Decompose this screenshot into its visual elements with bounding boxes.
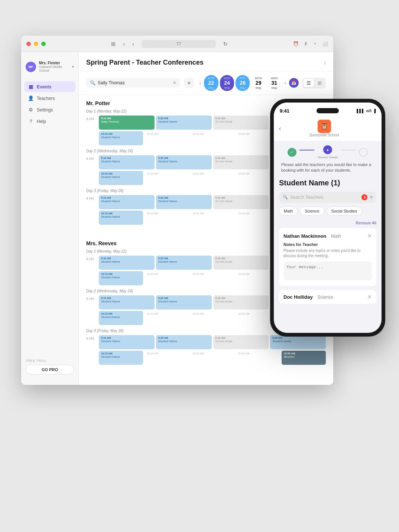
date-day-num: 22	[208, 80, 214, 86]
phone-search-input[interactable]: Search Teachers	[290, 195, 359, 200]
phone-status-icons: ▌▌▌ wifi ▐	[357, 109, 376, 113]
slot-r1-1010[interactable]: 10:10 AM Student Name	[99, 271, 143, 285]
slot-green[interactable]: 9:10 AM Sally Thomas	[99, 116, 155, 130]
slot-r1-910[interactable]: 9:10 AM Student Name	[99, 256, 155, 270]
slot-blue[interactable]: 9:20 AM Student Name	[156, 116, 212, 130]
phone-back-button[interactable]: ‹	[279, 125, 281, 132]
sidebar-item-events-label: Events	[37, 84, 51, 90]
slot-blue-1010[interactable]: 10:10 AM Student Name	[99, 131, 143, 145]
slot-time: 9:20 AM	[158, 117, 210, 120]
slot-r3-blocked: 10:50 AM Blocked	[282, 351, 326, 365]
slot-r3-1010[interactable]: 10:10 AM Student Name	[99, 351, 143, 365]
view-grid-button[interactable]: ⊞	[315, 79, 325, 87]
filter-button[interactable]: ≡	[184, 78, 194, 88]
subject-chips: Math Science Social Studies	[279, 207, 376, 215]
minimize-button[interactable]	[34, 42, 38, 46]
calendar-icon-button[interactable]: 📅	[289, 78, 299, 88]
slot-name: 10 min break	[215, 160, 267, 163]
search-input[interactable]: Sally Thomas	[98, 80, 124, 85]
progress-label-2: Teacher Details	[317, 156, 338, 159]
slot-r3-940[interactable]: 9:40 AM Student Name	[270, 335, 326, 349]
subject-chip-math[interactable]: Math	[279, 207, 298, 215]
slot-name: Student Name	[158, 260, 210, 263]
nav-back[interactable]: ‹	[123, 41, 125, 47]
slot-time: 9:30 AM	[215, 157, 267, 159]
slot-p2-920[interactable]: 9:20 AM Student Name	[156, 155, 212, 169]
teacher-entry-name-doc: Doc Holliday	[283, 294, 313, 300]
slot-time: 9:30 AM	[215, 257, 267, 260]
doc-holliday-info: Doc Holliday Science	[283, 293, 333, 300]
slot-p3-920[interactable]: 9:20 AM Student Name	[156, 195, 212, 209]
slot-name: Student Name	[158, 200, 210, 203]
date-pill-22[interactable]: MON 22 May	[204, 75, 218, 91]
search-clear-icon[interactable]: ✕	[173, 80, 176, 85]
slot-p2-910[interactable]: 9:10 AM Student Name	[99, 155, 155, 169]
date-next-arrow[interactable]: ›	[283, 80, 288, 87]
slot-time: 9:10 AM	[101, 197, 152, 199]
slot-time: 9:10 AM	[101, 157, 152, 159]
slot-p2-1010[interactable]: 10:10 AM Student Name	[99, 171, 143, 185]
slot-r2-910[interactable]: 9:10 AM Student Name	[99, 295, 155, 309]
progress-circle-2: ●	[323, 145, 332, 154]
slot-empty-1030: 10:30 AM	[190, 131, 234, 145]
search-bar[interactable]: 🔍 Sally Thomas ✕	[86, 78, 180, 88]
date-prev-arrow[interactable]: ‹	[198, 80, 202, 87]
phone-filter-icon[interactable]: ≡	[370, 194, 373, 200]
sidebar-item-events[interactable]: ▦ Events	[24, 81, 75, 92]
slot-r2-920[interactable]: 9:20 AM Student Name	[156, 295, 212, 309]
teacher-entry-close-nathan[interactable]: ✕	[367, 233, 372, 239]
maximize-button[interactable]	[41, 42, 46, 46]
page-title: Spring Parent - Teacher Conferences	[86, 59, 204, 66]
close-button[interactable]	[26, 42, 31, 46]
main-header: Spring Parent - Teacher Conferences ›	[79, 52, 333, 71]
slot-time: 9:20 AM	[158, 337, 210, 339]
slot-p2-break: 9:30 AM 10 min break	[213, 155, 269, 169]
slot-name: Sally Thomas	[101, 120, 152, 123]
nav-forward[interactable]: ›	[132, 41, 134, 47]
phone-screen: 9:41 ▌▌▌ wifi ▐ ‹ 🦉 Sunnyside School	[274, 103, 382, 333]
subject-chip-science[interactable]: Science	[300, 207, 324, 215]
sidebar-item-settings[interactable]: ⚙ Settings	[24, 104, 75, 115]
date-day-label-29: MON	[255, 77, 262, 80]
slot-name: Student Name	[101, 355, 141, 359]
slot-r3-920[interactable]: 9:20 AM Student Name	[156, 335, 212, 349]
slot-r3-910[interactable]: 9:10 AM Student Name	[99, 335, 155, 349]
view-list-button[interactable]: ☰	[304, 79, 314, 87]
close-icon[interactable]: ›	[324, 59, 326, 66]
date-pill-29[interactable]: MON 29 May	[251, 75, 266, 91]
slot-time: 9:10 AM	[101, 337, 152, 339]
slot-time: 10:10 AM	[101, 312, 141, 315]
teacher-entry-close-doc[interactable]: ✕	[367, 294, 372, 300]
notes-textarea[interactable]	[283, 262, 372, 280]
slot-p3-910[interactable]: 9:10 AM Student Name	[99, 195, 155, 209]
time-label-r1: 9 AM	[86, 256, 97, 270]
sidebar-user-name: Mrs. Finster	[39, 61, 69, 65]
nav-sidebar-toggle[interactable]: ⊞	[111, 41, 116, 47]
slot-r2-1010[interactable]: 10:10 AM Student Name	[99, 311, 143, 325]
date-pill-31[interactable]: WED 31 May	[267, 75, 282, 91]
sidebar-item-help[interactable]: ? Help	[24, 116, 75, 127]
date-pill-26[interactable]: FRI 26 May	[236, 75, 250, 91]
phone-scroll-content[interactable]: Please add the teachers you would like t…	[274, 162, 382, 333]
sidebar-user[interactable]: MF Mrs. Finster Oakland Middle School ▾	[21, 58, 78, 75]
phone-search-icon: 🔍	[283, 195, 288, 200]
slot-grid-r3-2: 10:10 AM Student Name 10:20 AM 10:30 AM …	[99, 351, 326, 365]
slot-r1-920[interactable]: 9:20 AM Student Name	[156, 256, 212, 270]
subject-chip-social-studies[interactable]: Social Studies	[327, 207, 362, 215]
date-pill-24[interactable]: WED 24 May	[220, 75, 234, 91]
sidebar-item-teachers[interactable]: 👤 Teachers	[24, 93, 75, 104]
time-label: 9 AM	[86, 116, 97, 130]
events-icon: ▦	[28, 84, 34, 90]
phone-search[interactable]: 🔍 Search Teachers 3 ≡	[279, 192, 376, 203]
chevron-down-icon: ▾	[72, 65, 74, 69]
go-pro-button[interactable]: GO PRO	[26, 365, 74, 374]
wifi-icon: wifi	[366, 109, 371, 113]
remove-all-link[interactable]: Remove All	[279, 221, 376, 225]
date-month-label-31: May	[272, 86, 277, 90]
sidebar-bottom: FREE TRIAL GO PRO	[21, 354, 78, 379]
slot-name: 10 min break	[215, 120, 267, 123]
slot-p3-1010[interactable]: 10:10 AM Student Name	[99, 211, 143, 225]
slot-r1-break: 9:30 AM 10 min break	[213, 256, 269, 270]
refresh-btn[interactable]: ↻	[223, 41, 228, 47]
avatar: MF	[26, 62, 36, 72]
